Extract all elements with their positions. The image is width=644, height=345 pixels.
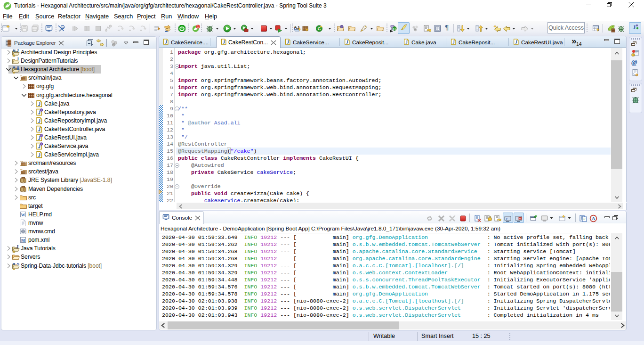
svg-text:!: !: [633, 54, 633, 57]
svg-text:1: 1: [197, 25, 199, 28]
svg-text:C: C: [393, 27, 396, 31]
svg-text:S: S: [17, 66, 20, 70]
svg-text:J: J: [633, 24, 636, 31]
svg-text:J: J: [17, 49, 19, 53]
svg-text:S: S: [17, 262, 20, 266]
svg-text:J: J: [17, 57, 19, 61]
svg-text:M: M: [13, 66, 15, 69]
svg-text:J: J: [16, 245, 19, 249]
svg-text:M: M: [13, 263, 15, 266]
svg-text:M: M: [13, 49, 15, 52]
svg-text:M: M: [21, 238, 25, 243]
svg-text:W: W: [21, 213, 25, 217]
svg-text:A: A: [592, 216, 596, 221]
